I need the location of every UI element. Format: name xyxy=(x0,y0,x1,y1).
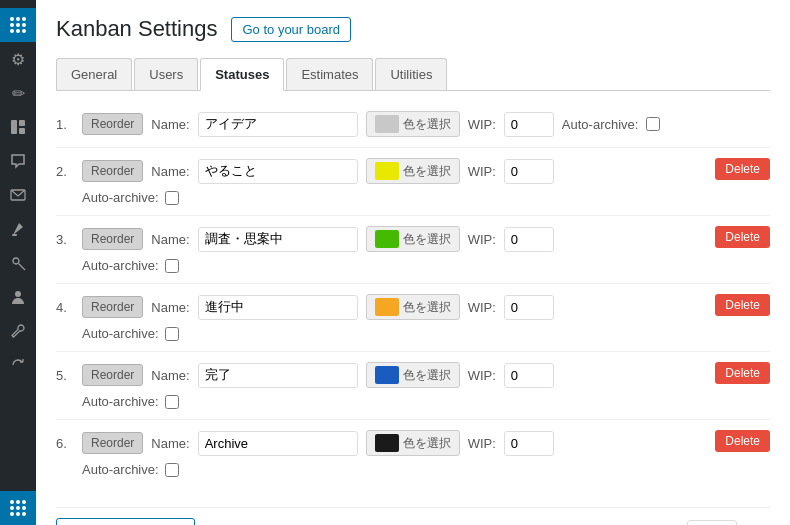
wip-label-3: WIP: xyxy=(468,232,496,247)
svg-rect-4 xyxy=(12,234,17,236)
name-input-1[interactable] xyxy=(198,112,358,137)
tab-estimates[interactable]: Estimates xyxy=(286,58,373,90)
tab-statuses[interactable]: Statuses xyxy=(200,58,284,91)
mail-icon[interactable] xyxy=(0,178,36,212)
color-button-3[interactable]: 色を選択 xyxy=(366,226,460,252)
auto-archive-label-6: Auto-archive: xyxy=(82,462,159,477)
reorder-button-2[interactable]: Reorder xyxy=(82,160,143,182)
color-button-2[interactable]: 色を選択 xyxy=(366,158,460,184)
wip-input-4[interactable] xyxy=(504,295,554,320)
auto-archive-checkbox-4[interactable] xyxy=(165,327,179,341)
name-input-3[interactable] xyxy=(198,227,358,252)
status-row-1: 1. Reorder Name: 色を選択 WIP: Auto-archive: xyxy=(56,107,770,141)
kanban-icon[interactable] xyxy=(0,491,36,525)
wip-input-3[interactable] xyxy=(504,227,554,252)
svg-line-6 xyxy=(18,263,25,270)
wip-input-6[interactable] xyxy=(504,431,554,456)
delete-button-4[interactable]: Delete xyxy=(715,294,770,316)
status-row-group-5: 5. Reorder Name: 色を選択 WIP: Delete Auto-a… xyxy=(56,358,770,420)
sub-row-3: Auto-archive: xyxy=(56,256,770,277)
name-input-2[interactable] xyxy=(198,159,358,184)
reorder-button-6[interactable]: Reorder xyxy=(82,432,143,454)
sub-row-6: Auto-archive: xyxy=(56,460,770,481)
page-title: Kanban Settings xyxy=(56,16,217,42)
reorder-button-5[interactable]: Reorder xyxy=(82,364,143,386)
svg-rect-0 xyxy=(11,120,17,134)
name-input-6[interactable] xyxy=(198,431,358,456)
wip-input-1[interactable] xyxy=(504,112,554,137)
reorder-button-3[interactable]: Reorder xyxy=(82,228,143,250)
row-number-3: 3. xyxy=(56,232,74,247)
color-button-6[interactable]: 色を選択 xyxy=(366,430,460,456)
delete-button-6[interactable]: Delete xyxy=(715,430,770,452)
tool-icon[interactable] xyxy=(0,246,36,280)
color-button-4[interactable]: 色を選択 xyxy=(366,294,460,320)
name-label-3: Name: xyxy=(151,232,189,247)
go-to-board-button[interactable]: Go to your board xyxy=(231,17,351,42)
brush-icon[interactable] xyxy=(0,212,36,246)
row-number-4: 4. xyxy=(56,300,74,315)
auto-archive-checkbox-2[interactable] xyxy=(165,191,179,205)
tabs-bar: General Users Statuses Estimates Utiliti… xyxy=(56,58,770,91)
row-number-2: 2. xyxy=(56,164,74,179)
color-button-5[interactable]: 色を選択 xyxy=(366,362,460,388)
status-row-group-2: 2. Reorder Name: 色を選択 WIP: Delete Auto-a… xyxy=(56,154,770,216)
wip-label-1: WIP: xyxy=(468,117,496,132)
name-label-1: Name: xyxy=(151,117,189,132)
wrench-icon[interactable] xyxy=(0,314,36,348)
user-icon[interactable] xyxy=(0,280,36,314)
sub-row-2: Auto-archive: xyxy=(56,188,770,209)
color-button-1[interactable]: 色を選択 xyxy=(366,111,460,137)
color-swatch-4 xyxy=(375,298,399,316)
name-label-4: Name: xyxy=(151,300,189,315)
tab-utilities[interactable]: Utilities xyxy=(375,58,447,90)
delete-button-3[interactable]: Delete xyxy=(715,226,770,248)
color-swatch-6 xyxy=(375,434,399,452)
layout-icon[interactable] xyxy=(0,110,36,144)
auto-archive-label-5: Auto-archive: xyxy=(82,394,159,409)
status-row-5: 5. Reorder Name: 色を選択 WIP: Delete xyxy=(56,358,770,392)
wip-input-2[interactable] xyxy=(504,159,554,184)
color-swatch-5 xyxy=(375,366,399,384)
svg-rect-1 xyxy=(19,120,25,126)
footer: Add another status Auto-archive : Tasks … xyxy=(56,507,770,525)
settings-icon[interactable]: ⚙ xyxy=(0,42,36,76)
delete-button-5[interactable]: Delete xyxy=(715,362,770,384)
sub-row-4: Auto-archive: xyxy=(56,324,770,345)
comments-icon[interactable] xyxy=(0,144,36,178)
reorder-button-4[interactable]: Reorder xyxy=(82,296,143,318)
name-label-6: Name: xyxy=(151,436,189,451)
tab-users[interactable]: Users xyxy=(134,58,198,90)
name-input-5[interactable] xyxy=(198,363,358,388)
pencil-icon[interactable]: ✏ xyxy=(0,76,36,110)
svg-point-7 xyxy=(15,291,21,297)
refresh-icon[interactable] xyxy=(0,348,36,382)
sidebar: ⚙ ✏ xyxy=(0,0,36,525)
name-label-2: Name: xyxy=(151,164,189,179)
reorder-button-1[interactable]: Reorder xyxy=(82,113,143,135)
delete-button-2[interactable]: Delete xyxy=(715,158,770,180)
name-input-4[interactable] xyxy=(198,295,358,320)
color-swatch-3 xyxy=(375,230,399,248)
add-status-button[interactable]: Add another status xyxy=(56,518,195,525)
tab-general[interactable]: General xyxy=(56,58,132,90)
row-number-1: 1. xyxy=(56,117,74,132)
sub-row-5: Auto-archive: xyxy=(56,392,770,413)
footer-autoarchive-text: Auto-archive : Tasks will be automatical… xyxy=(369,520,770,525)
status-row-group-3: 3. Reorder Name: 色を選択 WIP: Delete Auto-a… xyxy=(56,222,770,284)
row-number-6: 6. xyxy=(56,436,74,451)
main-content: Kanban Settings Go to your board General… xyxy=(36,0,790,525)
auto-archive-label-1: Auto-archive: xyxy=(562,117,639,132)
wip-input-5[interactable] xyxy=(504,363,554,388)
days-input[interactable] xyxy=(687,520,737,525)
auto-archive-checkbox-1[interactable] xyxy=(646,117,660,131)
svg-rect-2 xyxy=(19,128,25,134)
auto-archive-checkbox-3[interactable] xyxy=(165,259,179,273)
sidebar-icon-grid[interactable] xyxy=(0,8,36,42)
status-list: 1. Reorder Name: 色を選択 WIP: Auto-archive:… xyxy=(56,107,770,491)
page-header: Kanban Settings Go to your board xyxy=(56,16,770,42)
status-row-4: 4. Reorder Name: 色を選択 WIP: Delete xyxy=(56,290,770,324)
color-swatch-2 xyxy=(375,162,399,180)
auto-archive-checkbox-5[interactable] xyxy=(165,395,179,409)
auto-archive-checkbox-6[interactable] xyxy=(165,463,179,477)
